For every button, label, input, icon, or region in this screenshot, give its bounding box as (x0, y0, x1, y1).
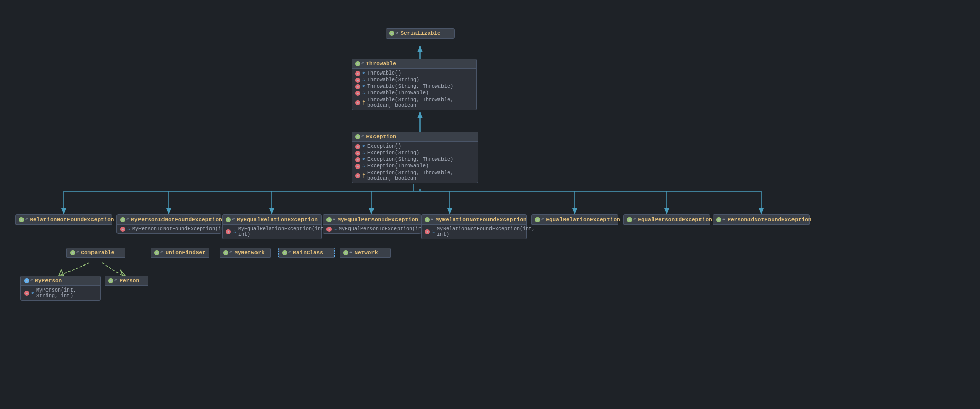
connections-overlay (0, 0, 980, 409)
node-label: Exception (366, 134, 396, 140)
member-row: ● ≈ MyRelationNotFoundException(int, int… (422, 226, 526, 238)
visibility-icon: ● (355, 61, 360, 66)
node-label: Comparable (81, 250, 114, 256)
member-row: ● ≈ MyEqualRelationException(int, int) (223, 226, 321, 238)
svg-line-23 (59, 263, 89, 276)
diagram-canvas: ● « Serializable ● « Throwable ● ≈ Throw… (0, 0, 980, 409)
svg-marker-15 (447, 208, 452, 214)
node-label: RelationNotFoundException (30, 216, 114, 223)
node-label: MyRelationNotFoundException (435, 216, 526, 223)
member-row: ● ≈ MyPerson(int, String, int) (21, 287, 100, 299)
svg-line-25 (102, 263, 123, 276)
member-row: ● ≈ MyEqualPersonIdException(int) (323, 226, 421, 232)
node-label: EqualPersonIdException (638, 216, 712, 223)
svg-marker-9 (166, 208, 171, 214)
node-label: MyNetwork (234, 250, 264, 256)
svg-marker-13 (369, 208, 374, 214)
node-union-find-set[interactable]: ● « UnionFindSet (151, 248, 209, 258)
node-label: Person (119, 278, 139, 284)
member-row: ● ≈ Exception() (352, 143, 478, 150)
node-exception[interactable]: ● « Exception ● ≈ Exception() ● ≈ Except… (352, 132, 478, 183)
svg-marker-3 (417, 112, 423, 118)
node-label: EqualRelationException (546, 216, 620, 223)
node-label: UnionFindSet (165, 250, 205, 256)
node-person[interactable]: ● « Person (105, 276, 148, 286)
svg-marker-26 (120, 270, 125, 276)
node-label: MyPerson (35, 278, 62, 284)
node-label: MainClass (293, 250, 323, 256)
node-comparable[interactable]: ● « Comparable (66, 248, 125, 258)
node-relation-not-found[interactable]: ● « RelationNotFoundException (15, 214, 112, 225)
node-my-equal-relation[interactable]: ● « MyEqualRelationException ● ≈ MyEqual… (222, 214, 322, 239)
svg-marker-11 (269, 208, 274, 214)
node-equal-relation[interactable]: ● « EqualRelationException (531, 214, 618, 225)
node-label: Network (354, 250, 378, 256)
svg-marker-21 (759, 208, 764, 214)
member-row: ● ≈ MyPersonIdNotFoundException(int) (117, 226, 221, 232)
member-row: ● † Exception(String, Throwable, boolean… (352, 170, 478, 182)
node-throwable[interactable]: ● « Throwable ● ≈ Throwable() ● ≈ Throwa… (352, 59, 477, 110)
node-label: MyEqualRelationException (237, 216, 317, 223)
node-serializable[interactable]: ● « Serializable (386, 28, 455, 39)
member-row: ● ≈ Throwable(String, Throwable) (352, 83, 476, 90)
member-row: ● ≈ Exception(String, Throwable) (352, 156, 478, 163)
node-equal-person-id[interactable]: ● « EqualPersonIdException (623, 214, 710, 225)
node-my-network[interactable]: ● « MyNetwork (220, 248, 271, 258)
node-label: Serializable (400, 30, 440, 36)
svg-marker-1 (417, 46, 423, 52)
node-label: PersonIdNotFoundException (727, 216, 811, 223)
member-row: ● ≈ Throwable(Throwable) (352, 90, 476, 97)
node-my-relation-not-found[interactable]: ● « MyRelationNotFoundException ● ≈ MyRe… (421, 214, 527, 239)
member-row: ● ≈ Throwable() (352, 70, 476, 77)
member-row: ● ≈ Throwable(String) (352, 77, 476, 83)
node-label: Throwable (366, 61, 396, 67)
node-person-id-not-found[interactable]: ● « PersonIdNotFoundException (713, 214, 810, 225)
node-network[interactable]: ● « Network (340, 248, 391, 258)
node-my-equal-person-id[interactable]: ● « MyEqualPersonIdException ● ≈ MyEqual… (323, 214, 421, 234)
node-label: MyPersonIdNotFoundException (131, 216, 222, 223)
svg-marker-17 (572, 208, 577, 214)
member-row: ● † Throwable(String, Throwable, boolean… (352, 97, 476, 109)
svg-marker-7 (61, 208, 66, 214)
svg-marker-24 (59, 270, 64, 276)
member-row: ● ≈ Exception(String) (352, 150, 478, 156)
node-my-person[interactable]: ● « MyPerson ● ≈ MyPerson(int, String, i… (20, 276, 101, 301)
visibility-icon: ● (389, 31, 394, 36)
node-main-class[interactable]: ● « MainClass (278, 248, 335, 258)
svg-marker-19 (664, 208, 669, 214)
node-label: MyEqualPersonIdException (337, 216, 418, 223)
node-my-person-id-not-found[interactable]: ● « MyPersonIdNotFoundException ● ≈ MyPe… (116, 214, 221, 234)
member-row: ● ≈ Exception(Throwable) (352, 163, 478, 170)
